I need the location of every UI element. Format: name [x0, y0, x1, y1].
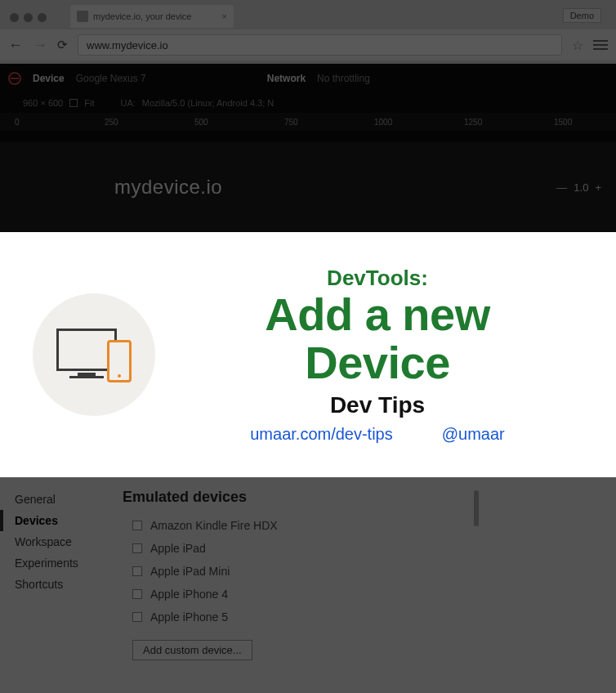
- forward-icon[interactable]: →: [33, 37, 47, 54]
- settings-main: Emulated devices Amazon Kindle Fire HDX …: [106, 477, 616, 693]
- hamburger-icon[interactable]: [593, 40, 608, 50]
- ruler-tick: 250: [105, 118, 194, 127]
- emulated-page: mydevice.io — 1.0 +: [0, 142, 616, 232]
- settings-nav-workspace[interactable]: Workspace: [0, 531, 106, 552]
- fit-checkbox[interactable]: [69, 99, 78, 107]
- url-text: www.mydevice.io: [87, 39, 168, 51]
- card-headline-1: Add a new: [163, 291, 591, 339]
- title-card: DevTools: Add a new Device Dev Tips umaa…: [0, 232, 616, 477]
- device-row[interactable]: Apple iPhone 4: [123, 583, 600, 606]
- ruler-tick: 0: [15, 118, 105, 127]
- network-select[interactable]: No throttling: [317, 73, 370, 84]
- site-logo-text: mydevice.io: [114, 176, 222, 199]
- back-icon[interactable]: ←: [8, 37, 23, 54]
- settings-nav-general[interactable]: General: [0, 489, 106, 510]
- devtools-settings-panel: General Devices Workspace Experiments Sh…: [0, 477, 616, 693]
- checkbox-icon[interactable]: [132, 566, 142, 576]
- ruler-tick: 1250: [464, 118, 554, 127]
- window-controls[interactable]: [10, 13, 47, 22]
- phone-icon: [107, 340, 132, 382]
- settings-nav-experiments[interactable]: Experiments: [0, 552, 106, 574]
- device-name: Amazon Kindle Fire HDX: [150, 519, 278, 532]
- device-row[interactable]: Amazon Kindle Fire HDX: [123, 514, 600, 537]
- network-label: Network: [267, 73, 306, 84]
- scrollbar-thumb[interactable]: [474, 490, 479, 526]
- close-tab-icon[interactable]: ×: [222, 11, 227, 21]
- reload-icon[interactable]: ⟳: [57, 38, 68, 52]
- checkbox-icon[interactable]: [132, 521, 142, 530]
- device-name: Apple iPhone 4: [150, 588, 228, 601]
- url-input[interactable]: www.mydevice.io: [78, 34, 562, 56]
- ua-value[interactable]: Mozilla/5.0 (Linux; Android 4.3; N: [142, 98, 274, 108]
- ruler-tick: 1000: [374, 118, 464, 127]
- favicon-icon: [77, 11, 88, 22]
- device-label: Device: [33, 73, 65, 84]
- dimensions[interactable]: 960 × 600: [23, 98, 63, 108]
- checkbox-icon[interactable]: [132, 612, 142, 622]
- tab-title: mydevice.io, your device: [93, 11, 191, 21]
- close-window-icon[interactable]: [10, 13, 19, 22]
- checkbox-icon[interactable]: [132, 543, 142, 553]
- card-kicker: DevTools:: [163, 266, 591, 291]
- device-row[interactable]: Apple iPad: [123, 537, 600, 560]
- minimize-window-icon[interactable]: [24, 13, 33, 22]
- maximize-window-icon[interactable]: [38, 13, 47, 22]
- device-row[interactable]: Apple iPad Mini: [123, 560, 600, 583]
- card-subtitle: Dev Tips: [163, 392, 591, 418]
- card-headline-2: Device: [163, 339, 591, 387]
- demo-badge: Demo: [563, 8, 601, 23]
- fit-label: Fit: [84, 98, 94, 108]
- settings-heading: Emulated devices: [123, 489, 600, 506]
- ua-label: UA:: [120, 98, 135, 108]
- address-bar-row: ← → ⟳ www.mydevice.io ☆: [0, 29, 616, 60]
- browser-tab[interactable]: mydevice.io, your device ×: [70, 5, 234, 28]
- zoom-minus-icon[interactable]: —: [556, 181, 567, 194]
- device-name: Apple iPad Mini: [150, 565, 230, 578]
- ruler-tick: 1500: [554, 118, 616, 127]
- ruler-tick: 500: [194, 118, 284, 127]
- settings-nav-shortcuts[interactable]: Shortcuts: [0, 574, 106, 595]
- ruler-tick: 750: [284, 118, 374, 127]
- add-custom-device-button[interactable]: Add custom device...: [132, 640, 252, 660]
- link-site[interactable]: umaar.com/dev-tips: [250, 425, 393, 444]
- link-handle[interactable]: @umaar: [442, 425, 505, 444]
- device-row[interactable]: Apple iPhone 5: [123, 606, 600, 628]
- devices-illustration: [33, 293, 155, 416]
- settings-nav-devices[interactable]: Devices: [0, 510, 106, 531]
- zoom-control[interactable]: — 1.0 +: [556, 181, 601, 194]
- device-name: Apple iPhone 5: [150, 610, 228, 624]
- bookmark-icon[interactable]: ☆: [572, 38, 583, 53]
- checkbox-icon[interactable]: [132, 589, 142, 599]
- no-entry-icon[interactable]: [8, 72, 21, 85]
- browser-chrome: mydevice.io, your device × Demo ← → ⟳ ww…: [0, 0, 616, 64]
- devtools-device-toolbar: Device Google Nexus 7 Network No throttl…: [0, 64, 616, 142]
- zoom-value: 1.0: [574, 181, 588, 194]
- monitor-base-icon: [69, 376, 104, 378]
- device-name: Apple iPad: [150, 542, 206, 555]
- zoom-plus-icon[interactable]: +: [595, 181, 601, 194]
- device-select[interactable]: Google Nexus 7: [76, 73, 146, 84]
- settings-nav: General Devices Workspace Experiments Sh…: [0, 477, 106, 693]
- ruler: 0 250 500 750 1000 1250 1500: [0, 113, 616, 131]
